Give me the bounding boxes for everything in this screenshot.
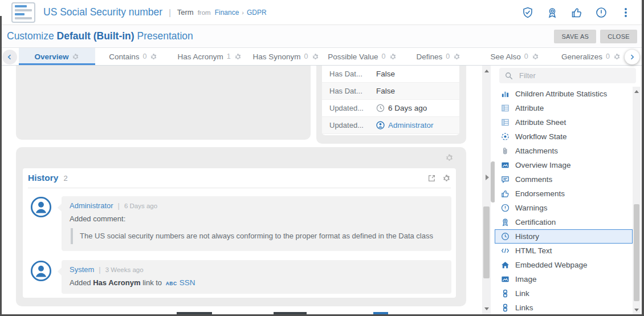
tab-overview[interactable]: Overview — [19, 48, 95, 65]
section-settings-gear-icon[interactable] — [445, 153, 454, 162]
tab-label: See Also — [491, 52, 521, 61]
sidebar-item-label: Image — [515, 275, 537, 283]
tab-has-acronym[interactable]: Has Acronym1 — [172, 48, 248, 65]
property-row: Updated...6 Days ago — [322, 100, 459, 117]
history-action-text: Added Has Acronym link to ABCSSN — [70, 278, 443, 287]
sidebar-item-embedded-webpage[interactable]: Embedded Webpage — [495, 258, 633, 272]
property-label: Has Dat... — [329, 70, 376, 78]
gear-icon[interactable] — [312, 53, 319, 60]
warning-icon — [500, 204, 510, 212]
sidebar-item-history[interactable]: History — [495, 229, 633, 244]
warning-icon[interactable] — [596, 7, 607, 18]
save-as-button[interactable]: SAVE AS — [554, 30, 596, 43]
scroll-up-button[interactable] — [482, 67, 491, 74]
timestamp: 3 Weeks ago — [105, 266, 144, 273]
page-title: US Social Security number — [43, 6, 162, 18]
chevron-left-icon — [6, 54, 13, 60]
history-card-header: History 2 — [28, 168, 451, 188]
sidebar-scrollbar[interactable] — [633, 87, 641, 316]
sidebar-item-attachments[interactable]: Attachments — [495, 144, 633, 158]
sidebar-item-html-text[interactable]: HTML Text — [495, 244, 633, 258]
clock-icon — [376, 104, 385, 112]
history-entry-meta: Administrator|6 Days ago — [70, 201, 443, 210]
property-value: False — [376, 87, 395, 95]
breadcrumb-link-finance[interactable]: Finance — [215, 9, 239, 17]
property-value: 6 Days ago — [376, 104, 427, 112]
sidebar-scroll-down-button[interactable] — [633, 306, 641, 313]
gear-icon[interactable] — [389, 53, 397, 60]
search-icon — [505, 72, 513, 80]
sidebar-item-endorsements[interactable]: Endorsements — [495, 187, 633, 201]
history-icon — [500, 232, 510, 241]
overview-tab-content: Has Dat...FalseHas Dat...FalseUpdated...… — [0, 66, 644, 316]
tab-count: 0 — [142, 52, 146, 60]
term-type-label: Term — [177, 8, 194, 17]
tab-count: 0 — [606, 52, 610, 60]
shield-check-icon[interactable] — [522, 7, 533, 18]
sidebar-item-attribute-sheet[interactable]: Attribute Sheet — [495, 115, 633, 129]
user-link[interactable]: System — [70, 265, 94, 274]
sidebar-item-label: Overview Image — [515, 161, 571, 169]
tab-has-synonym[interactable]: Has Synonym0 — [248, 48, 324, 65]
abc-term-type-icon: ABC — [166, 281, 177, 286]
sidebar-item-children-attribute-statistics[interactable]: Children Attribute Statistics — [495, 87, 633, 101]
gear-icon[interactable] — [532, 53, 539, 60]
tab-possible-value[interactable]: Possible Value0 — [324, 48, 401, 65]
image-icon — [500, 161, 510, 169]
user-avatar-icon — [30, 196, 52, 251]
sidebar-item-comments[interactable]: Comments — [495, 172, 633, 187]
tab-defines[interactable]: Defines0 — [400, 48, 476, 65]
tab-generalizes[interactable]: Generalizes0 — [553, 48, 629, 65]
tabs-scroll-left-button[interactable] — [2, 50, 17, 64]
sidebar-item-image[interactable]: Image — [495, 272, 633, 286]
from-label: from — [198, 9, 211, 16]
user-avatar-icon — [30, 260, 52, 294]
sidebar-item-overview-image[interactable]: Overview Image — [495, 158, 633, 172]
thumbs-up-icon[interactable] — [571, 7, 582, 18]
overview-section-card — [16, 66, 311, 140]
workflow-icon — [500, 132, 510, 141]
sidebar-item-label: Attribute Sheet — [515, 118, 566, 127]
sidebar-scroll-up-button[interactable] — [633, 88, 641, 95]
title-bar: US Social Security number | Term from Fi… — [0, 0, 644, 25]
user-link[interactable]: Administrator — [70, 201, 113, 210]
sidebar-item-workflow-state[interactable]: Workflow State — [495, 129, 633, 144]
sidebar-item-attribute[interactable]: Attribute — [495, 101, 633, 115]
gear-icon[interactable] — [453, 53, 460, 60]
sidebar-item-link[interactable]: Link — [495, 286, 633, 301]
property-value[interactable]: Administrator — [376, 121, 434, 129]
comment-icon — [500, 175, 510, 184]
sidebar-item-certification[interactable]: Certification — [495, 215, 633, 229]
image-icon — [500, 275, 510, 283]
history-entries: Administrator|6 Days agoAdded comment:Th… — [23, 196, 456, 294]
sidebar-scrollbar-thumb[interactable] — [634, 204, 639, 301]
breadcrumb-link-gdpr[interactable]: GDPR — [247, 9, 267, 17]
history-settings-gear-icon[interactable] — [442, 174, 451, 183]
history-card: History 2 Administrator|6 Days agoAdded … — [23, 168, 456, 298]
presentation-name: Default (Built-in) — [57, 30, 134, 42]
code-icon — [500, 246, 510, 255]
gear-icon[interactable] — [613, 53, 621, 60]
main-scrollbar[interactable] — [482, 66, 491, 316]
tab-count: 0 — [382, 52, 386, 60]
splitter-collapse-icon[interactable] — [486, 175, 489, 180]
sidebar-item-label: Attribute — [515, 104, 544, 112]
close-button[interactable]: CLOSE — [600, 30, 637, 43]
sidebar-item-links[interactable]: Links — [495, 301, 633, 315]
sidebar-item-warnings[interactable]: Warnings — [495, 201, 633, 215]
scroll-down-button[interactable] — [482, 305, 491, 312]
property-value: False — [376, 70, 395, 78]
filter-input[interactable] — [518, 71, 630, 80]
tab-contains[interactable]: Contains0 — [95, 48, 172, 65]
certification-icon[interactable] — [547, 7, 558, 18]
gear-icon[interactable] — [72, 53, 79, 60]
gear-icon[interactable] — [234, 53, 242, 60]
tabs-scroll-right-button[interactable] — [625, 50, 639, 64]
kebab-menu-icon[interactable] — [620, 7, 631, 18]
main-scrollbar-thumb[interactable] — [483, 206, 490, 278]
term-link[interactable]: SSN — [180, 278, 195, 287]
filter-box — [499, 68, 636, 83]
open-in-window-icon[interactable] — [427, 174, 436, 183]
tab-see-also[interactable]: See Also0 — [476, 48, 553, 65]
gear-icon[interactable] — [150, 53, 157, 60]
